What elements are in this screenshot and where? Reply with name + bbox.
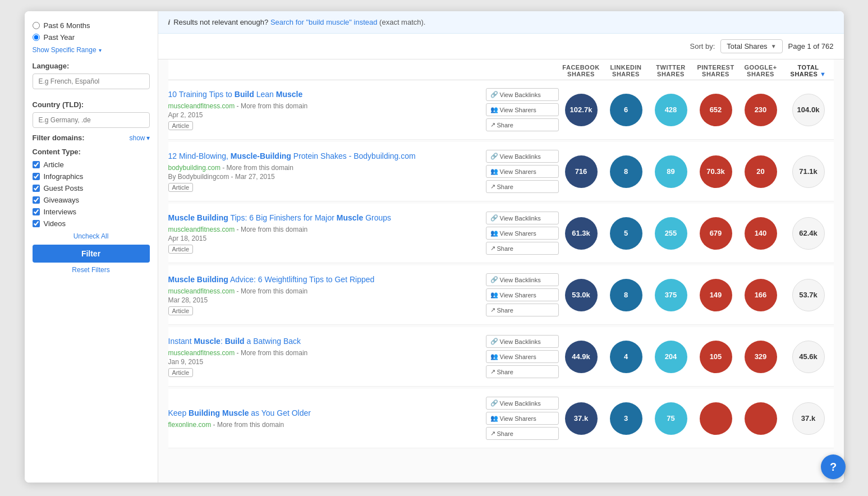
share-circle: 716 [565,155,598,188]
total-circle: 37.k [792,402,825,435]
col-header-title [168,64,486,77]
reset-filters-link[interactable]: Reset Filters [33,266,150,274]
sort-dropdown[interactable]: Total Shares ▼ [720,39,782,53]
sort-by-label: Sort by: [690,42,715,50]
guestposts-checkbox[interactable] [33,185,40,192]
share-circle [745,402,777,435]
content-type-label: Content Type: [33,148,150,156]
info-bar: i Results not relevant enough? Search fo… [158,11,844,34]
country-input[interactable] [33,112,150,128]
col-header-actions [486,64,559,77]
share-button[interactable]: ↗ Share [486,242,559,255]
share-circle: 204 [655,341,687,373]
past-year-option[interactable]: Past Year [33,33,150,42]
table-row: Muscle Building Advice: 6 Weightlifting … [168,265,834,325]
link-icon: 🔗 [490,338,498,345]
view-sharers-button[interactable]: 👥 View Sharers [486,350,559,363]
sort-bar: Sort by: Total Shares ▼ Page 1 of 762 [158,34,844,59]
exact-match-link[interactable]: Search for "build muscle" instead [270,18,378,26]
sidebar: Past 6 Months Past Year Show Specific Ra… [25,11,158,483]
videos-label: Videos [44,219,66,228]
past-year-radio[interactable] [33,34,40,41]
result-domain: flexonline.com - More from this domain [168,421,478,429]
content-type-infographics[interactable]: Infographics [33,172,150,181]
videos-checkbox[interactable] [33,220,40,227]
past-6-months-radio[interactable] [33,22,40,29]
giveaways-label: Giveaways [44,196,80,204]
result-actions: 🔗 View Backlinks 👥 View Sharers ↗ Share [486,212,559,255]
share-circle: 89 [655,155,687,188]
view-sharers-button[interactable]: 👥 View Sharers [486,103,559,116]
country-label: Country (TLD): [33,100,150,109]
result-date: By Bodybuildingcom - Mar 27, 2015 [168,173,478,181]
guestposts-label: Guest Posts [44,184,84,192]
share-col-circle-googleplus [738,402,783,435]
view-backlinks-button[interactable]: 🔗 View Backlinks [486,88,559,101]
share-col-circle-pinterest: 149 [694,279,738,311]
view-sharers-button[interactable]: 👥 View Sharers [486,165,559,178]
share-circle: 230 [745,94,777,126]
link-icon: 🔗 [490,153,498,160]
result-title[interactable]: 10 Training Tips to Build Lean Muscle [168,89,478,100]
result-title[interactable]: Muscle Building Tips: 6 Big Finishers fo… [168,213,478,224]
result-domain: muscleandfitness.com - More from this do… [168,226,478,233]
filter-domains-chevron-icon: ▾ [146,134,150,142]
infographics-label: Infographics [44,172,84,181]
filter-domains-show-link[interactable]: show ▾ [129,134,149,142]
share-col-circle-facebook: 37.k [559,402,604,435]
filter-domains-row: Filter domains: show ▾ [33,134,150,142]
result-title[interactable]: Instant Muscle: Build a Batwing Back [168,336,478,347]
share-button[interactable]: ↗ Share [486,365,559,378]
help-button[interactable]: ? [821,454,846,479]
question-icon: ? [830,461,837,474]
sort-arrow-icon: ▼ [820,71,826,77]
share-button[interactable]: ↗ Share [486,304,559,316]
result-title[interactable]: 12 Mind-Blowing, Muscle-Building Protein… [168,151,478,162]
link-icon: 🔗 [490,91,498,98]
past-6-months-label: Past 6 Months [44,21,90,30]
chevron-down-icon: ▾ [99,47,102,53]
col-header-total[interactable]: TOTAL SHARES ▼ [783,64,834,77]
content-type-giveaways[interactable]: Giveaways [33,196,150,204]
language-input[interactable] [33,74,150,89]
filter-button[interactable]: Filter [33,245,150,263]
show-specific-range-link[interactable]: Show Specific Range ▾ [33,46,150,54]
giveaways-checkbox[interactable] [33,196,40,204]
share-col-circle-googleplus: 20 [738,155,783,188]
interviews-checkbox[interactable] [33,208,40,215]
view-backlinks-button[interactable]: 🔗 View Backlinks [486,397,559,410]
infographics-checkbox[interactable] [33,173,40,180]
content-type-article[interactable]: Article [33,160,150,169]
share-col-circle-twitter: 204 [649,341,694,373]
people-icon: 👥 [490,229,498,237]
view-sharers-button[interactable]: 👥 View Sharers [486,227,559,240]
language-label: Language: [33,62,150,70]
total-circle: 71.1k [792,155,825,188]
table-row: 12 Mind-Blowing, Muscle-Building Protein… [168,142,834,201]
uncheck-all-link[interactable]: Uncheck All [33,232,150,240]
content-type-guestposts[interactable]: Guest Posts [33,184,150,192]
share-button[interactable]: ↗ Share [486,427,559,440]
view-sharers-button[interactable]: 👥 View Sharers [486,412,559,425]
table-row: Muscle Building Tips: 6 Big Finishers fo… [168,204,834,263]
share-icon: ↗ [490,245,495,252]
result-title[interactable]: Muscle Building Advice: 6 Weightlifting … [168,274,478,286]
content-type-videos[interactable]: Videos [33,219,150,228]
result-domain: muscleandfitness.com - More from this do… [168,287,478,295]
share-col-circle-twitter: 89 [649,155,694,188]
share-circle: 61.3k [565,217,598,250]
result-actions: 🔗 View Backlinks 👥 View Sharers ↗ Share [486,150,559,193]
past-6-months-option[interactable]: Past 6 Months [33,21,150,30]
share-circle: 166 [745,279,777,311]
share-button[interactable]: ↗ Share [486,180,559,193]
view-backlinks-button[interactable]: 🔗 View Backlinks [486,273,559,286]
view-sharers-button[interactable]: 👥 View Sharers [486,288,559,301]
view-backlinks-button[interactable]: 🔗 View Backlinks [486,150,559,163]
view-backlinks-button[interactable]: 🔗 View Backlinks [486,212,559,224]
share-col-circle-facebook: 53.0k [559,279,604,311]
result-title[interactable]: Keep Building Muscle as You Get Older [168,408,478,419]
share-button[interactable]: ↗ Share [486,118,559,131]
view-backlinks-button[interactable]: 🔗 View Backlinks [486,335,559,348]
content-type-interviews[interactable]: Interviews [33,208,150,216]
article-checkbox[interactable] [33,161,40,168]
